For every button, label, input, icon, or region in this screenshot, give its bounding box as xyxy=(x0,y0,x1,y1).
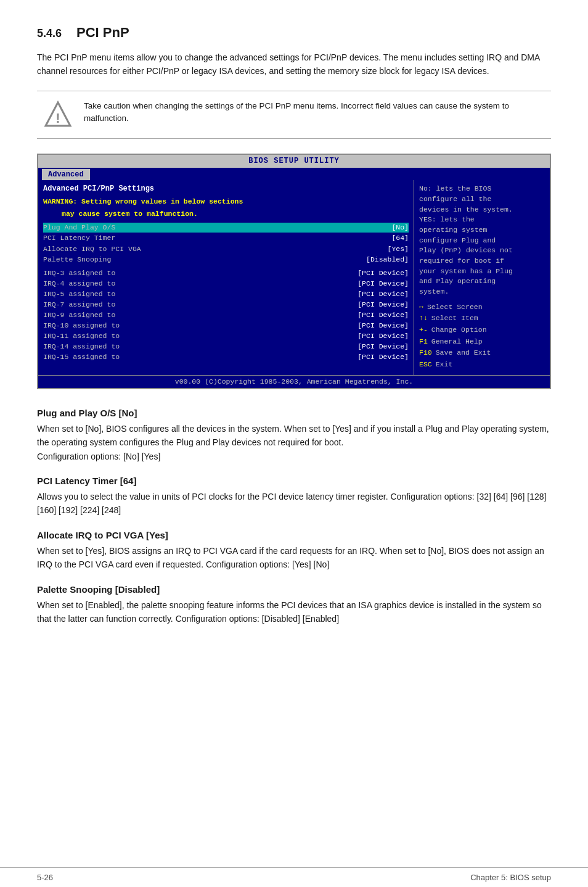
sub-heading-plug-and-play: Plug and Play O/S [No] xyxy=(37,408,551,418)
bottom-bar: 5-26 Chapter 5: BIOS setup xyxy=(0,867,588,887)
bios-warning-line2: may cause system to malfunction. xyxy=(43,209,409,219)
bios-key-change-option: +- Change Option xyxy=(419,325,545,336)
sub-body-pci-latency: Allows you to select the value in units … xyxy=(37,490,551,518)
bios-irq-section: IRQ-3 assigned to [PCI Device] IRQ-4 ass… xyxy=(43,268,409,363)
bios-irq-15[interactable]: IRQ-15 assigned to [PCI Device] xyxy=(43,352,409,362)
bios-title-bar: BIOS SETUP UTILITY xyxy=(38,155,550,168)
bios-tab-bar: Advanced xyxy=(38,168,550,181)
sub-heading-palette-snooping: Palette Snooping [Disabled] xyxy=(37,584,551,595)
bios-screen: BIOS SETUP UTILITY Advanced Advanced PCI… xyxy=(37,154,551,389)
bios-key-esc: ESC Exit xyxy=(419,360,545,370)
palette-snooping-label: Palette Snooping xyxy=(43,255,111,265)
svg-text:!: ! xyxy=(55,110,60,126)
bios-tab-advanced[interactable]: Advanced xyxy=(42,169,90,181)
bios-irq-10[interactable]: IRQ-10 assigned to [PCI Device] xyxy=(43,321,409,331)
bios-irq-11[interactable]: IRQ-11 assigned to [PCI Device] xyxy=(43,331,409,341)
subsection-palette-snooping: Palette Snooping [Disabled] When set to … xyxy=(37,584,551,626)
bios-irq-7[interactable]: IRQ-7 assigned to [PCI Device] xyxy=(43,300,409,310)
bios-key-general-help: F1 General Help xyxy=(419,337,545,347)
sub-body-plug-and-play: When set to [No], BIOS configures all th… xyxy=(37,422,551,463)
page-number: 5-26 xyxy=(37,873,53,882)
subsection-allocate-irq: Allocate IRQ to PCI VGA [Yes] When set t… xyxy=(37,530,551,572)
warning-text: Take caution when changing the settings … xyxy=(84,100,545,125)
bios-row-allocate-irq[interactable]: Allocate IRQ to PCI VGA [Yes] xyxy=(43,244,409,254)
bios-key-select-item: ↑↓ Select Item xyxy=(419,313,545,324)
sub-heading-pci-latency: PCI Latency Timer [64] xyxy=(37,476,551,486)
bios-warning-line1: WARNING: Setting wrong values in below s… xyxy=(43,197,409,207)
bios-row-pci-latency[interactable]: PCI Latency Timer [64] xyxy=(43,233,409,243)
bios-irq-14[interactable]: IRQ-14 assigned to [PCI Device] xyxy=(43,342,409,352)
bios-irq-4[interactable]: IRQ-4 assigned to [PCI Device] xyxy=(43,279,409,289)
allocate-irq-label: Allocate IRQ to PCI VGA xyxy=(43,244,141,254)
allocate-irq-value: [Yes] xyxy=(387,244,409,254)
intro-text: The PCI PnP menu items allow you to chan… xyxy=(37,51,551,78)
bios-footer: v00.00 (C)Copyright 1985-2003, American … xyxy=(38,375,550,388)
bios-irq-9[interactable]: IRQ-9 assigned to [PCI Device] xyxy=(43,310,409,320)
sub-body-allocate-irq: When set to [Yes], BIOS assigns an IRQ t… xyxy=(37,544,551,572)
sub-body-palette-snooping: When set to [Enabled], the palette snoop… xyxy=(37,598,551,626)
section-number: 5.4.6 xyxy=(37,27,62,40)
sub-config-plug-and-play: Configuration options: [No] [Yes] xyxy=(37,452,160,461)
bios-row-palette-snooping[interactable]: Palette Snooping [Disabled] xyxy=(43,255,409,265)
bios-key-select-screen: ↔ Select Screen xyxy=(419,302,545,313)
bios-key-save-exit: F10 Save and Exit xyxy=(419,348,545,358)
section-title: PCI PnP xyxy=(76,25,129,41)
bios-settings-rows: Plug And Play O/S [No] PCI Latency Timer… xyxy=(43,223,409,264)
bios-right-panel: No: lets the BIOSconfigure all thedevice… xyxy=(414,180,550,374)
bios-help-text: No: lets the BIOSconfigure all thedevice… xyxy=(419,184,545,297)
plug-play-value: [No] xyxy=(391,223,409,233)
bios-body: Advanced PCI/PnP Settings WARNING: Setti… xyxy=(38,180,550,374)
bios-left-panel: Advanced PCI/PnP Settings WARNING: Setti… xyxy=(38,180,414,374)
subsection-pci-latency: PCI Latency Timer [64] Allows you to sel… xyxy=(37,476,551,518)
bios-irq-3[interactable]: IRQ-3 assigned to [PCI Device] xyxy=(43,268,409,278)
warning-box: ! Take caution when changing the setting… xyxy=(37,91,551,139)
palette-snooping-value: [Disabled] xyxy=(366,255,409,265)
pci-latency-value: [64] xyxy=(391,233,409,243)
chapter-label: Chapter 5: BIOS setup xyxy=(470,873,551,882)
plug-play-label: Plug And Play O/S xyxy=(43,223,115,233)
bios-row-plug-and-play[interactable]: Plug And Play O/S [No] xyxy=(43,223,409,233)
pci-latency-label: PCI Latency Timer xyxy=(43,233,115,243)
bios-keys: ↔ Select Screen ↑↓ Select Item +- Change… xyxy=(419,302,545,370)
bios-irq-5[interactable]: IRQ-5 assigned to [PCI Device] xyxy=(43,289,409,299)
bios-section-title: Advanced PCI/PnP Settings xyxy=(43,184,409,194)
section-heading: 5.4.6 PCI PnP xyxy=(37,25,551,41)
subsection-plug-and-play: Plug and Play O/S [No] When set to [No],… xyxy=(37,408,551,463)
warning-icon: ! xyxy=(43,100,73,130)
sub-heading-allocate-irq: Allocate IRQ to PCI VGA [Yes] xyxy=(37,530,551,540)
